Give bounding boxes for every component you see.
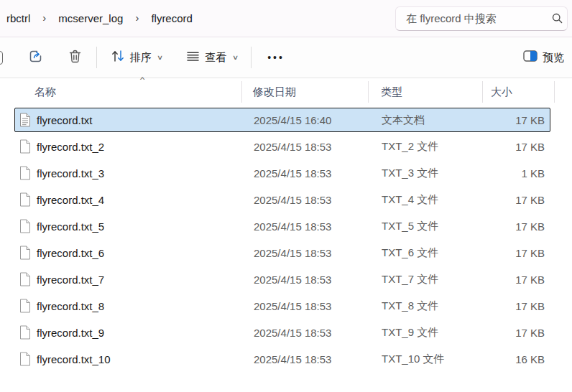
generic-file-icon: [19, 352, 31, 366]
file-size: 16 KB: [484, 353, 551, 365]
generic-file-icon: [19, 166, 31, 180]
file-date-modified: 2025/4/15 18:53: [243, 300, 369, 312]
file-name: flyrecord.txt_2: [37, 141, 104, 153]
file-type: TXT_10 文件: [369, 353, 484, 366]
generic-file-icon: [19, 272, 31, 286]
generic-file-icon: [19, 192, 31, 207]
more-options-button[interactable]: •••: [259, 47, 293, 68]
sort-arrows-icon: [111, 49, 125, 66]
breadcrumb-item-rbctrl[interactable]: rbctrl: [1, 8, 35, 29]
table-row[interactable]: flyrecord.txt_3 2025/4/15 18:53 TXT_3 文件…: [14, 161, 550, 185]
column-header-row: ^ 名称 修改日期 类型 大小: [14, 78, 572, 105]
file-type: TXT_8 文件: [369, 299, 484, 313]
file-size: 1 KB: [484, 167, 551, 179]
file-size: 17 KB: [484, 274, 551, 286]
breadcrumb-item-mcserver-log[interactable]: mcserver_log: [53, 8, 128, 29]
file-type: TXT_3 文件: [369, 167, 484, 180]
file-type: TXT_4 文件: [369, 193, 484, 207]
breadcrumb-item-flyrecord[interactable]: flyrecord: [146, 8, 198, 29]
file-size: 17 KB: [484, 114, 551, 126]
file-size: 17 KB: [484, 194, 551, 206]
table-row[interactable]: flyrecord.txt_2 2025/4/15 18:53 TXT_2 文件…: [14, 134, 550, 159]
command-bar: 排序 ∨ 查看 ∨ ••• 预览: [0, 37, 572, 78]
sort-label: 排序: [130, 51, 152, 65]
file-date-modified: 2025/4/15 18:53: [243, 353, 369, 365]
preview-toggle-button[interactable]: 预览: [517, 45, 571, 70]
file-name: flyrecord.txt_3: [37, 167, 104, 179]
file-size: 17 KB: [484, 220, 551, 233]
file-name: flyrecord.txt_5: [37, 220, 104, 233]
file-name: flyrecord.txt: [37, 114, 93, 126]
file-size: 17 KB: [484, 300, 551, 312]
file-name: flyrecord.txt_6: [37, 247, 104, 259]
clipped-toolbar-icon[interactable]: [0, 51, 3, 65]
table-row[interactable]: flyrecord.txt_9 2025/4/15 18:53 TXT_9 文件…: [14, 320, 550, 345]
chevron-down-icon: ∨: [231, 54, 239, 61]
sort-button[interactable]: 排序 ∨: [104, 44, 169, 71]
file-date-modified: 2025/4/15 18:53: [243, 220, 369, 233]
file-type: TXT_5 文件: [369, 220, 484, 233]
chevron-down-icon: ∨: [155, 54, 163, 61]
trash-icon: [68, 49, 83, 67]
column-header-type[interactable]: 类型: [369, 81, 483, 103]
file-type: TXT_6 文件: [369, 246, 484, 260]
generic-file-icon: [19, 219, 31, 233]
text-document-icon: [19, 113, 31, 127]
file-list: flyrecord.txt 2025/4/15 16:40 文本文档 17 KB…: [0, 105, 572, 371]
column-header-date-modified[interactable]: 修改日期: [242, 81, 369, 103]
view-lines-icon: [185, 49, 200, 67]
share-button[interactable]: [22, 44, 50, 72]
toolbar-divider: [251, 47, 252, 68]
file-size: 17 KB: [484, 247, 551, 259]
delete-button[interactable]: [61, 44, 89, 72]
file-type: TXT_7 文件: [369, 273, 484, 286]
table-row[interactable]: flyrecord.txt_5 2025/4/15 18:53 TXT_5 文件…: [14, 214, 550, 238]
chevron-right-icon: ›: [128, 11, 146, 24]
generic-file-icon: [19, 139, 31, 154]
file-size: 17 KB: [484, 327, 551, 339]
search-box[interactable]: [395, 6, 568, 31]
table-row[interactable]: flyrecord.txt_4 2025/4/15 18:53 TXT_4 文件…: [14, 187, 550, 212]
file-date-modified: 2025/4/15 18:53: [243, 327, 369, 339]
table-row[interactable]: flyrecord.txt_6 2025/4/15 18:53 TXT_6 文件…: [14, 241, 550, 265]
share-icon: [28, 49, 43, 67]
generic-file-icon: [19, 246, 31, 260]
toolbar-divider: [96, 47, 97, 68]
file-date-modified: 2025/4/15 16:40: [243, 114, 369, 126]
preview-label: 预览: [543, 51, 564, 65]
file-type: TXT_9 文件: [369, 326, 484, 340]
table-row[interactable]: flyrecord.txt_7 2025/4/15 18:53 TXT_7 文件…: [14, 267, 550, 291]
file-size: 17 KB: [484, 141, 551, 153]
breadcrumb: rbctrl › mcserver_log › flyrecord: [0, 8, 198, 29]
file-date-modified: 2025/4/15 18:53: [243, 274, 369, 286]
file-name: flyrecord.txt_10: [37, 353, 111, 365]
generic-file-icon: [19, 299, 31, 313]
sort-ascending-icon: ^: [128, 76, 157, 86]
file-date-modified: 2025/4/15 18:53: [243, 141, 369, 153]
search-icon: [552, 13, 563, 24]
view-button[interactable]: 查看 ∨: [179, 44, 244, 72]
file-name: flyrecord.txt_8: [37, 300, 104, 312]
view-label: 查看: [206, 51, 227, 65]
file-date-modified: 2025/4/15 18:53: [243, 167, 369, 179]
file-name: flyrecord.txt_4: [37, 194, 104, 206]
file-type: 文本文档: [369, 113, 484, 127]
file-name: flyrecord.txt_7: [37, 274, 104, 286]
table-row[interactable]: flyrecord.txt_10 2025/4/15 18:53 TXT_10 …: [14, 347, 550, 371]
file-name: flyrecord.txt_9: [37, 327, 104, 339]
generic-file-icon: [19, 325, 31, 340]
search-input[interactable]: [396, 12, 552, 24]
table-row[interactable]: flyrecord.txt_8 2025/4/15 18:53 TXT_8 文件…: [14, 294, 550, 318]
file-date-modified: 2025/4/15 18:53: [243, 247, 369, 259]
chevron-right-icon: ›: [35, 11, 53, 24]
column-header-size[interactable]: 大小: [483, 81, 555, 103]
preview-pane-icon: [523, 50, 538, 65]
table-row[interactable]: flyrecord.txt 2025/4/15 16:40 文本文档 17 KB: [14, 108, 550, 132]
address-bar: rbctrl › mcserver_log › flyrecord: [0, 0, 572, 37]
file-type: TXT_2 文件: [369, 140, 484, 154]
file-date-modified: 2025/4/15 18:53: [243, 194, 369, 206]
